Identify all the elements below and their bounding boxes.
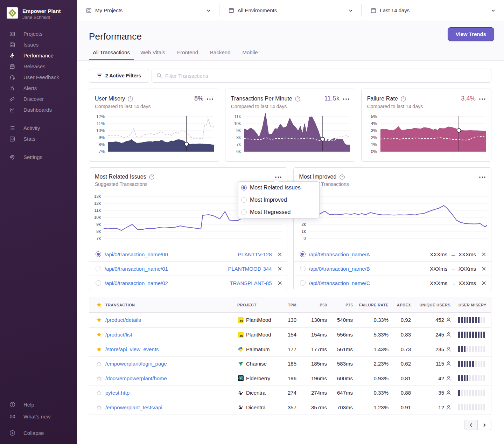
svg-text:9%: 9% bbox=[99, 135, 105, 140]
svg-text:10k: 10k bbox=[94, 215, 101, 220]
svg-text:3%: 3% bbox=[371, 128, 377, 133]
svg-text:0: 0 bbox=[303, 236, 306, 241]
svg-text:2%: 2% bbox=[371, 135, 377, 140]
svg-text:7k: 7k bbox=[96, 236, 101, 241]
svg-text:1k: 1k bbox=[301, 229, 306, 234]
svg-text:11k: 11k bbox=[234, 114, 241, 119]
svg-text:2k: 2k bbox=[301, 222, 306, 227]
svg-text:1%: 1% bbox=[371, 142, 377, 147]
svg-text:4%: 4% bbox=[371, 121, 377, 126]
svg-text:JS: JS bbox=[240, 320, 243, 323]
svg-text:8k: 8k bbox=[96, 229, 101, 234]
svg-text:11%: 11% bbox=[97, 121, 105, 126]
svg-text:12k: 12k bbox=[94, 201, 101, 206]
svg-text:6k: 6k bbox=[236, 149, 241, 154]
svg-text:10%: 10% bbox=[96, 128, 105, 133]
svg-text:5%: 5% bbox=[371, 114, 377, 119]
svg-text:11k: 11k bbox=[94, 208, 101, 213]
svg-text:12%: 12% bbox=[96, 114, 105, 119]
svg-text:8%: 8% bbox=[99, 142, 105, 147]
svg-text:0%: 0% bbox=[371, 149, 377, 154]
svg-text:8k: 8k bbox=[236, 135, 241, 140]
svg-text:13k: 13k bbox=[94, 194, 101, 199]
svg-text:7%: 7% bbox=[99, 149, 105, 154]
svg-text:JS: JS bbox=[240, 334, 243, 338]
svg-text:9k: 9k bbox=[236, 128, 241, 133]
svg-text:9k: 9k bbox=[96, 222, 101, 227]
svg-text:10k: 10k bbox=[234, 121, 241, 126]
svg-text:7k: 7k bbox=[236, 142, 241, 147]
